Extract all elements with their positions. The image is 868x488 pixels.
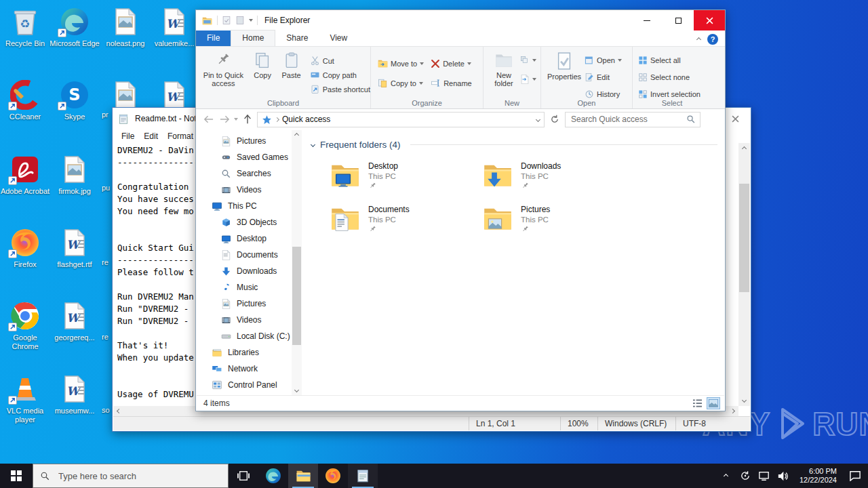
hidden-icons-button[interactable] bbox=[718, 464, 734, 488]
network-tray-icon[interactable] bbox=[756, 464, 772, 488]
desktop-icon-word-doc-2[interactable] bbox=[149, 79, 199, 111]
rename-button[interactable]: Rename bbox=[431, 76, 472, 90]
explorer-titlebar[interactable]: File Explorer bbox=[196, 10, 725, 30]
select-all-button[interactable]: Select all bbox=[638, 53, 711, 67]
desktop-icon-pr-image[interactable] bbox=[100, 79, 151, 111]
section-collapse-icon[interactable] bbox=[311, 142, 315, 147]
nav-item-saved-games[interactable]: Saved Games bbox=[197, 149, 292, 165]
nav-item-videos[interactable]: Videos bbox=[197, 182, 292, 198]
scroll-right-icon[interactable] bbox=[727, 406, 738, 416]
notepad-menu-file[interactable]: File bbox=[117, 131, 139, 141]
copy-button[interactable]: Copy bbox=[249, 49, 276, 81]
desktop-icon-adobe-acrobat[interactable]: Adobe Acrobat bbox=[0, 153, 50, 196]
taskbar-edge-button[interactable] bbox=[258, 464, 288, 488]
notepad-menu-format[interactable]: Format bbox=[163, 131, 198, 141]
desktop-icon-noleast-png[interactable]: noleast.png bbox=[100, 5, 151, 48]
notepad-menu-edit[interactable]: Edit bbox=[139, 131, 163, 141]
scroll-up-icon[interactable] bbox=[291, 130, 302, 140]
folder-tile-pictures[interactable]: Pictures This PC bbox=[479, 201, 631, 244]
task-view-button[interactable] bbox=[229, 464, 258, 488]
nav-item-searches[interactable]: Searches bbox=[197, 165, 292, 182]
large-icons-view-button[interactable] bbox=[707, 397, 720, 409]
pin-to-quick-access-button[interactable]: Pin to Quick access bbox=[199, 49, 248, 89]
scroll-down-icon[interactable] bbox=[738, 394, 750, 406]
nav-item-local-disk-c[interactable]: Local Disk (C:) bbox=[197, 328, 292, 344]
minimize-button[interactable] bbox=[631, 10, 663, 30]
recent-locations-caret-icon[interactable] bbox=[234, 118, 238, 121]
taskbar-search-input[interactable] bbox=[57, 470, 221, 482]
desktop-icon-skype[interactable]: S Skype bbox=[50, 79, 100, 121]
cut-button[interactable]: Cut bbox=[310, 54, 370, 68]
copy-to-button[interactable]: Copy to bbox=[378, 76, 424, 90]
navpane-scrollbar[interactable] bbox=[292, 130, 302, 395]
volume-tray-icon[interactable] bbox=[775, 464, 791, 488]
nav-item-documents[interactable]: Documents bbox=[197, 247, 292, 263]
properties-button[interactable]: Properties bbox=[545, 49, 584, 101]
nav-item-3d-objects[interactable]: 3D Objects bbox=[197, 214, 292, 230]
details-view-button[interactable] bbox=[690, 397, 704, 409]
folder-tile-downloads[interactable]: Downloads This PC bbox=[479, 157, 631, 201]
edit-button[interactable]: Edit bbox=[585, 70, 622, 84]
taskbar-file-explorer-button[interactable] bbox=[288, 464, 318, 488]
tab-view[interactable]: View bbox=[319, 30, 358, 46]
nav-item-pictures[interactable]: Pictures bbox=[197, 133, 292, 149]
nav-item-desktop[interactable]: Desktop bbox=[197, 230, 292, 247]
qat-dropdown-caret-icon[interactable] bbox=[249, 19, 253, 22]
collapse-ribbon-icon[interactable] bbox=[696, 37, 701, 41]
paste-shortcut-button[interactable]: Paste shortcut bbox=[310, 82, 370, 96]
desktop-icon-flashget-rtf[interactable]: flashget.rtf bbox=[50, 226, 100, 269]
tab-share[interactable]: Share bbox=[275, 30, 319, 46]
desktop-icon-firmok-jpg[interactable]: firmok.jpg bbox=[50, 153, 100, 196]
explorer-search-input[interactable] bbox=[570, 114, 686, 125]
scrollbar-thumb[interactable] bbox=[292, 247, 301, 345]
select-none-button[interactable]: Select none bbox=[638, 70, 711, 84]
nav-item-pictures-2[interactable]: Pictures bbox=[197, 296, 292, 312]
refresh-button[interactable] bbox=[547, 115, 562, 124]
help-icon[interactable]: ? bbox=[707, 34, 718, 45]
qat-new-folder-icon[interactable] bbox=[235, 16, 245, 25]
start-button[interactable] bbox=[0, 464, 33, 488]
taskbar-search-box[interactable] bbox=[33, 464, 229, 488]
desktop-icon-vlc[interactable]: VLC media player bbox=[0, 373, 50, 424]
nav-item-network[interactable]: Network bbox=[197, 361, 292, 377]
desktop-icon-museumw[interactable]: museumw... bbox=[50, 373, 100, 415]
address-box[interactable]: Quick access bbox=[257, 112, 545, 127]
nav-item-control-panel[interactable]: Control Panel bbox=[197, 377, 292, 393]
up-button[interactable] bbox=[241, 115, 254, 124]
close-button[interactable] bbox=[694, 10, 725, 30]
taskbar-clock[interactable]: 6:00 PM 12/22/2024 bbox=[794, 467, 842, 485]
desktop-icon-recycle-bin[interactable]: ♻ Recycle Bin bbox=[0, 5, 50, 48]
forward-button[interactable] bbox=[218, 115, 231, 123]
folder-tile-desktop[interactable]: Desktop This PC bbox=[326, 157, 479, 201]
delete-button[interactable]: Delete bbox=[431, 56, 472, 70]
address-dropdown-icon[interactable] bbox=[536, 117, 540, 121]
scroll-down-icon[interactable] bbox=[291, 385, 302, 395]
desktop-icon-georgereq[interactable]: georgereq... bbox=[50, 300, 100, 342]
back-button[interactable] bbox=[201, 115, 215, 123]
nav-item-libraries[interactable]: Libraries bbox=[197, 344, 292, 361]
paste-button[interactable]: Paste bbox=[277, 49, 304, 81]
breadcrumb-location[interactable]: Quick access bbox=[282, 115, 533, 124]
notepad-vertical-scrollbar[interactable] bbox=[738, 143, 750, 406]
folder-tile-documents[interactable]: Documents This PC bbox=[326, 201, 479, 244]
new-item-button[interactable] bbox=[520, 53, 536, 67]
nav-item-music[interactable]: Music bbox=[197, 279, 292, 296]
desktop-icon-valuemike-doc[interactable]: valuemike... bbox=[149, 5, 199, 48]
nav-item-this-pc[interactable]: This PC bbox=[197, 198, 292, 214]
taskbar-notepad-button[interactable] bbox=[348, 464, 378, 488]
desktop-icon-microsoft-edge[interactable]: Microsoft Edge bbox=[50, 5, 100, 48]
desktop-icon-google-chrome[interactable]: Google Chrome bbox=[0, 300, 50, 351]
scrollbar-thumb[interactable] bbox=[739, 184, 749, 292]
scroll-up-icon[interactable] bbox=[738, 143, 750, 155]
open-button[interactable]: Open bbox=[585, 53, 622, 67]
action-center-button[interactable] bbox=[845, 464, 865, 488]
new-folder-button[interactable]: New folder bbox=[488, 49, 519, 89]
windows-update-tray-icon[interactable] bbox=[737, 464, 753, 488]
desktop-icon-ccleaner[interactable]: CCleaner bbox=[0, 79, 50, 121]
tab-file[interactable]: File bbox=[196, 30, 231, 46]
copy-path-button[interactable]: Copy path bbox=[310, 68, 370, 82]
maximize-button[interactable] bbox=[663, 10, 694, 30]
taskbar-firefox-button[interactable] bbox=[318, 464, 348, 488]
frequent-folders-header[interactable]: Frequent folders (4) bbox=[311, 140, 717, 150]
desktop-icon-firefox[interactable]: Firefox bbox=[0, 226, 50, 269]
